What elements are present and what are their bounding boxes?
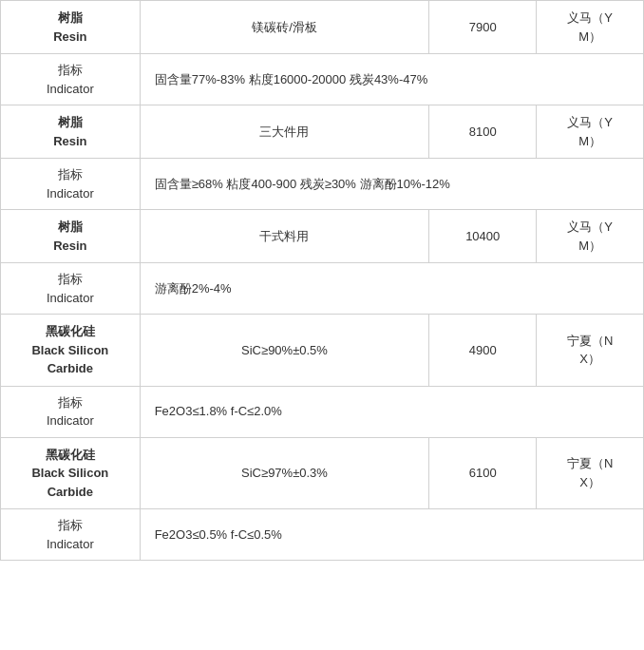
product-name-en: Black Silicon Carbide [10, 341, 130, 378]
product-name-zh: 树脂 [10, 113, 130, 132]
origin-line1: 义马（Y [567, 115, 613, 129]
indicator-label-en: Indicator [15, 80, 125, 99]
product-name-cell: 黑碳化硅Black Silicon Carbide [1, 315, 141, 387]
indicator-label-cell: 指标Indicator [1, 386, 141, 437]
indicator-label-en: Indicator [15, 184, 125, 203]
product-name-cell: 黑碳化硅Black Silicon Carbide [1, 437, 141, 509]
indicator-label-zh: 指标 [15, 393, 125, 412]
origin-line1: 宁夏（N [567, 456, 613, 470]
indicator-row: 指标IndicatorFe2O3≤0.5% f-C≤0.5% [1, 509, 644, 561]
origin-cell: 义马（YM） [537, 105, 644, 159]
origin-cell: 宁夏（NX） [537, 437, 644, 509]
origin-line1: 宁夏（N [567, 334, 613, 348]
product-row: 黑碳化硅Black Silicon CarbideSiC≥97%±0.3%610… [1, 437, 644, 509]
product-name-en: Resin [10, 28, 130, 47]
price-cell: 10400 [429, 210, 537, 263]
product-name-zh: 黑碳化硅 [10, 446, 130, 465]
product-name-cell: 树脂Resin [1, 105, 141, 159]
indicator-content-cell: 游离酚2%-4% [140, 263, 643, 315]
price-cell: 6100 [429, 437, 537, 509]
indicator-label-en: Indicator [15, 535, 125, 554]
product-name-en: Resin [10, 132, 130, 151]
origin-line2: X） [579, 352, 600, 366]
indicator-content-cell: Fe2O3≤0.5% f-C≤0.5% [140, 509, 643, 561]
indicator-content-cell: 固含量≥68% 粘度400-900 残炭≥30% 游离酚10%-12% [140, 159, 643, 210]
origin-line1: 义马（Y [567, 220, 613, 234]
indicator-label-cell: 指标Indicator [1, 54, 141, 105]
indicator-content-cell: 固含量77%-83% 粘度16000-20000 残炭43%-47% [140, 54, 643, 105]
product-row: 树脂Resin三大件用8100义马（YM） [1, 105, 644, 159]
product-name-en: Black Silicon Carbide [10, 464, 130, 501]
price-cell: 8100 [429, 105, 537, 159]
origin-cell: 宁夏（NX） [537, 315, 644, 387]
indicator-row: 指标Indicator固含量≥68% 粘度400-900 残炭≥30% 游离酚1… [1, 159, 644, 210]
product-name-cell: 树脂Resin [1, 210, 141, 263]
indicator-row: 指标Indicator游离酚2%-4% [1, 263, 644, 315]
product-row: 树脂Resin干式料用10400义马（YM） [1, 210, 644, 263]
origin-cell: 义马（YM） [537, 210, 644, 263]
product-row: 树脂Resin镁碳砖/滑板7900义马（YM） [1, 1, 644, 54]
origin-line2: M） [578, 29, 601, 44]
indicator-label-cell: 指标Indicator [1, 263, 141, 315]
origin-line2: X） [579, 475, 600, 489]
spec-cell: 三大件用 [140, 105, 429, 159]
price-cell: 4900 [429, 315, 537, 387]
indicator-label-en: Indicator [15, 411, 125, 430]
indicator-row: 指标IndicatorFe2O3≤1.8% f-C≤2.0% [1, 386, 644, 437]
indicator-label-zh: 指标 [15, 61, 125, 80]
indicator-content-cell: Fe2O3≤1.8% f-C≤2.0% [140, 386, 643, 437]
product-name-cell: 树脂Resin [1, 1, 141, 54]
product-name-zh: 树脂 [10, 9, 130, 28]
origin-line2: M） [578, 239, 601, 253]
spec-cell: SiC≥90%±0.5% [140, 315, 429, 387]
product-name-zh: 黑碳化硅 [10, 322, 130, 341]
product-name-zh: 树脂 [10, 218, 130, 237]
product-row: 黑碳化硅Black Silicon CarbideSiC≥90%±0.5%490… [1, 315, 644, 387]
indicator-row: 指标Indicator固含量77%-83% 粘度16000-20000 残炭43… [1, 54, 644, 105]
price-cell: 7900 [429, 1, 537, 54]
origin-line1: 义马（Y [567, 10, 613, 25]
spec-cell: 干式料用 [140, 210, 429, 263]
spec-cell: 镁碳砖/滑板 [140, 1, 429, 54]
spec-cell: SiC≥97%±0.3% [140, 437, 429, 509]
indicator-label-zh: 指标 [15, 165, 125, 184]
indicator-label-zh: 指标 [15, 270, 125, 289]
origin-line2: M） [578, 134, 601, 148]
indicator-label-cell: 指标Indicator [1, 159, 141, 210]
indicator-label-en: Indicator [15, 289, 125, 308]
product-name-en: Resin [10, 237, 130, 256]
indicator-label-zh: 指标 [15, 516, 125, 535]
origin-cell: 义马（YM） [537, 1, 644, 54]
indicator-label-cell: 指标Indicator [1, 509, 141, 561]
